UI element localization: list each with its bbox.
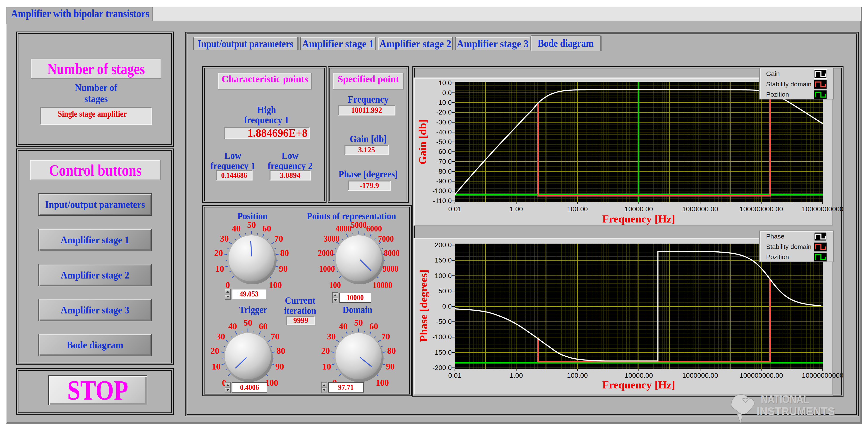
svg-text:6000: 6000 [366,223,382,233]
svg-text:-10.0: -10.0 [436,99,452,106]
svg-text:-50.0: -50.0 [436,138,452,146]
svg-text:1.00: 1.00 [510,372,523,379]
svg-text:40: 40 [339,322,348,331]
svg-text:50: 50 [354,318,363,328]
svg-text:30: 30 [327,332,336,341]
svg-text:0.0: 0.0 [442,303,452,310]
svg-text:3000: 3000 [324,234,340,243]
svg-text:1000000.00: 1000000.00 [682,205,718,213]
svg-text:1000000.00: 1000000.00 [682,372,718,379]
svg-text:-60.0: -60.0 [436,148,452,155]
svg-text:150.0: 150.0 [435,256,452,264]
svg-text:0.01: 0.01 [448,205,462,213]
svg-text:60: 60 [262,224,271,234]
svg-text:Phase [degrees]: Phase [degrees] [417,270,430,342]
svg-text:10000000000: 10000000000 [802,372,843,379]
svg-text:100000000.00: 100000000.00 [739,205,783,213]
svg-text:-50.0: -50.0 [436,318,452,325]
svg-text:10000.00: 10000.00 [625,372,653,379]
svg-text:70: 70 [381,332,390,341]
svg-text:100: 100 [376,378,389,388]
svg-text:100: 100 [269,280,282,290]
svg-text:80: 80 [387,346,396,356]
svg-text:0: 0 [226,280,230,290]
svg-text:90: 90 [279,264,288,274]
svg-text:1.00: 1.00 [510,205,523,213]
svg-text:80: 80 [280,248,289,258]
svg-text:-40.0: -40.0 [436,128,452,136]
svg-text:0.01: 0.01 [448,372,462,379]
svg-text:100000000.00: 100000000.00 [739,372,783,379]
svg-text:90: 90 [386,362,395,371]
svg-text:20: 20 [214,248,223,258]
svg-text:Gain: Gain [766,70,780,78]
svg-text:80: 80 [277,346,285,356]
svg-text:Pozition: Pozition [766,253,789,261]
svg-text:Stability domain: Stability domain [766,81,811,88]
svg-text:10000.00: 10000.00 [625,205,653,213]
svg-text:100: 100 [265,378,278,388]
svg-text:10: 10 [215,264,224,274]
svg-text:Gain [db]: Gain [db] [416,119,429,164]
svg-text:9000: 9000 [383,264,399,273]
svg-text:20: 20 [211,346,219,356]
svg-text:60: 60 [259,322,268,331]
svg-text:-80.0: -80.0 [436,167,452,175]
svg-text:10000: 10000 [373,280,393,290]
svg-text:-150.0: -150.0 [433,348,452,356]
svg-text:10000000000: 10000000000 [802,205,843,213]
svg-text:10: 10 [212,362,220,371]
svg-text:5000: 5000 [351,220,367,230]
svg-text:-90.0: -90.0 [436,177,452,185]
svg-text:10.0: 10.0 [439,79,452,87]
svg-text:100: 100 [329,280,341,290]
svg-text:-20.0: -20.0 [436,109,452,116]
svg-text:-30.0: -30.0 [436,118,452,126]
svg-text:Pozition: Pozition [766,91,789,98]
svg-text:-70.0: -70.0 [436,158,452,165]
svg-text:50.0: 50.0 [439,287,452,295]
svg-text:7000: 7000 [378,234,394,243]
svg-text:1000: 1000 [319,264,335,273]
svg-text:8000: 8000 [384,248,400,258]
svg-text:30: 30 [220,234,229,244]
svg-text:70: 70 [271,332,279,341]
svg-text:Frequency [Hz]: Frequency [Hz] [602,213,675,225]
svg-text:2000: 2000 [318,248,334,258]
svg-text:-200.0: -200.0 [433,364,452,371]
svg-text:-100.0: -100.0 [433,333,452,341]
svg-text:50: 50 [244,318,252,328]
svg-text:50: 50 [247,220,256,230]
svg-text:100.00: 100.00 [567,205,588,213]
svg-text:100.0: 100.0 [435,272,452,279]
svg-text:0.0: 0.0 [442,89,452,97]
svg-text:20: 20 [321,346,330,356]
svg-text:Phase: Phase [766,233,784,240]
svg-text:100.00: 100.00 [567,372,588,379]
svg-text:Frequency [Hz]: Frequency [Hz] [602,379,675,391]
svg-text:10: 10 [322,362,331,371]
svg-text:60: 60 [369,322,378,331]
svg-text:30: 30 [216,332,225,341]
svg-text:-100.0: -100.0 [433,187,452,194]
svg-text:40: 40 [228,322,237,331]
svg-text:70: 70 [274,234,283,244]
svg-text:90: 90 [275,362,284,371]
svg-text:200.0: 200.0 [435,241,452,249]
svg-text:4000: 4000 [336,223,351,233]
svg-text:-110.0: -110.0 [433,197,452,205]
svg-text:Stability domain: Stability domain [766,243,811,250]
svg-text:40: 40 [232,224,241,234]
